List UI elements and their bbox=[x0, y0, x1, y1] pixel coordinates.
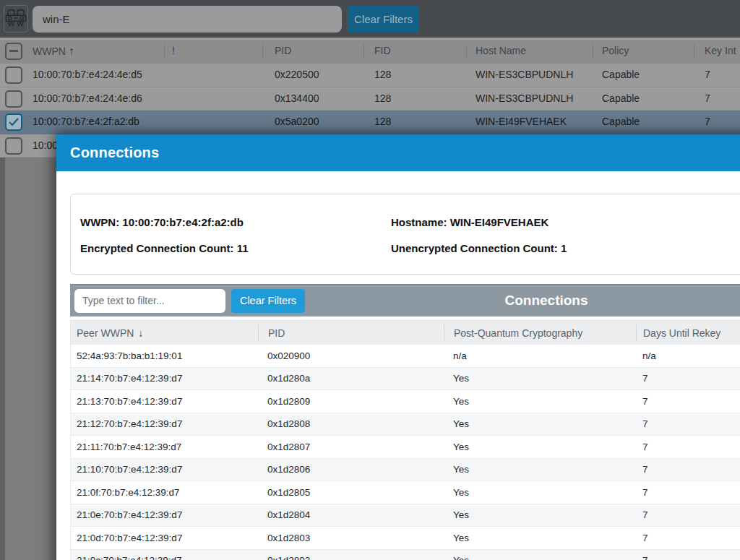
column-header-pid[interactable]: PID bbox=[258, 321, 444, 345]
summary-encrypted-count: Encrypted Connection Count: 11 bbox=[80, 242, 391, 254]
connections-table-title: Connections bbox=[305, 293, 740, 309]
connection-row[interactable]: 52:4a:93:7b:ba:b1:19:010x020900n/an/a bbox=[70, 345, 740, 368]
connection-summary: WWPN: 10:00:70:b7:e4:2f:a2:db Hostname: … bbox=[70, 194, 740, 275]
connections-clear-filters-button[interactable]: Clear Filters bbox=[231, 289, 305, 313]
column-header-peer-wwpn[interactable]: Peer WWPN↓ bbox=[71, 321, 258, 345]
summary-wwpn: WWPN: 10:00:70:b7:e4:2f:a2:db bbox=[80, 216, 391, 228]
connection-row[interactable]: 21:13:70:b7:e4:12:39:d70x1d2809Yes7 bbox=[70, 390, 740, 413]
connection-row[interactable]: 21:0f:70:b7:e4:12:39:d70x1d2805Yes7 bbox=[70, 481, 740, 504]
connection-row[interactable]: 21:0d:70:b7:e4:12:39:d70x1d2803Yes7 bbox=[70, 527, 740, 550]
connection-row[interactable]: 21:0c:70:b7:e4:12:39:d70x1d2802Yes7 bbox=[70, 550, 740, 560]
summary-unencrypted-count: Unencrypted Connection Count: 1 bbox=[391, 242, 567, 254]
connection-row[interactable]: 21:14:70:b7:e4:12:39:d70x1d280aYes7 bbox=[70, 368, 740, 391]
connections-filter-bar: Clear Filters Connections bbox=[70, 284, 740, 316]
modal-title: Connections bbox=[70, 145, 159, 161]
connection-row[interactable]: 21:12:70:b7:e4:12:39:d70x1d2808Yes7 bbox=[70, 413, 740, 436]
connection-row[interactable]: 21:10:70:b7:e4:12:39:d70x1d2806Yes7 bbox=[70, 459, 740, 482]
connections-filter-input[interactable] bbox=[74, 289, 225, 313]
page: Clear Filters WWPN ↑ ! PID FID Host Name… bbox=[0, 0, 740, 560]
connections-table: Peer WWPN↓ PID Post-Quantum Cryptography… bbox=[70, 320, 740, 560]
column-header-pqc[interactable]: Post-Quantum Cryptography bbox=[444, 321, 636, 345]
connections-table-header: Peer WWPN↓ PID Post-Quantum Cryptography… bbox=[70, 320, 740, 345]
connection-row[interactable]: 21:0e:70:b7:e4:12:39:d70x1d2804Yes7 bbox=[70, 504, 740, 527]
summary-hostname: Hostname: WIN-EI49FVEHAEK bbox=[391, 216, 548, 228]
modal-header: Connections bbox=[56, 134, 740, 171]
sort-desc-icon: ↓ bbox=[138, 327, 143, 339]
connection-row[interactable]: 21:11:70:b7:e4:12:39:d70x1d2807Yes7 bbox=[70, 436, 740, 459]
connections-modal: Connections WWPN: 10:00:70:b7:e4:2f:a2:d… bbox=[56, 134, 740, 560]
modal-body: WWPN: 10:00:70:b7:e4:2f:a2:db Hostname: … bbox=[56, 171, 740, 560]
column-header-days-until-rekey[interactable]: Days Until Rekey bbox=[636, 321, 740, 345]
